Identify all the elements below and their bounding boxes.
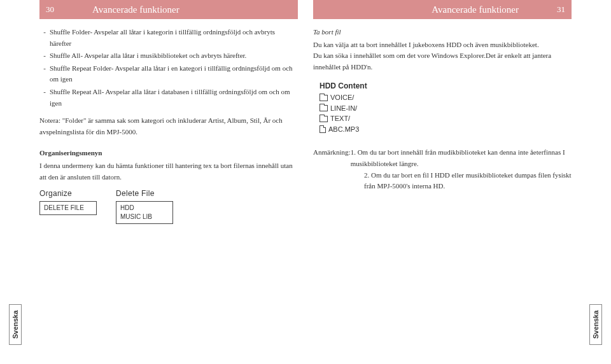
hdd-item-label: VOICE/ [330,92,354,103]
header-title-right: Avancerade funktioner [432,4,519,15]
annotations: Anmärkning: 1. Om du tar bort innehåll f… [313,147,572,192]
hdd-row: LINE-IN/ [320,103,572,114]
note-text: Notera: "Folder" är samma sak som katego… [39,115,298,137]
delete-file-box: HDD MUSIC LIB [116,201,173,224]
annotation-item: 2. Om du tar bort en fil I HDD eller mus… [313,170,572,192]
hdd-item-label: LINE-IN/ [330,103,357,114]
right-content: Ta bort fil Du kan välja att ta bort inn… [313,27,572,192]
file-icon [320,125,326,133]
ta-bort-line: Du kan välja att ta bort innehållet I ju… [313,39,572,51]
page-number-left: 30 [46,4,54,15]
language-tab-left: Svenska [9,304,22,345]
left-content: - Shuffle Folder- Avspelar all låtar i k… [39,27,298,224]
bullet-item: - Shuffle All- Avspelar alla låtar i mus… [39,50,298,62]
hdd-content-box: HDD Content VOICE/ LINE-IN/ TEXT/ ABC.MP… [320,80,572,134]
organize-box: DELETE FILE [39,201,97,215]
bullet-item: - Shuffle Folder- Avspelar all låtar i k… [39,27,298,49]
ta-bort-line: Du kan söka i innehållet som om det vore… [313,50,572,73]
folder-icon [320,116,328,122]
ui-boxes-row: Organize DELETE FILE Delete File HDD MUS… [39,188,298,224]
language-tab-right: Svenska [589,304,602,345]
folder-icon [320,95,328,101]
bullet-item: - Shuffle Repeat Folder- Avspelar alla l… [39,63,298,85]
hdd-item-label: TEXT/ [330,113,350,124]
delete-file-item: HDD [120,204,169,213]
delete-file-item: MUSIC LIB [120,213,169,221]
annotation-item: 1. Om du tar bort innehåll från mudikbib… [351,147,572,169]
hdd-row: ABC.MP3 [320,124,572,135]
header-bar-left: 30 Avancerade funktioner [39,0,298,19]
annotation-label: Anmärkning: [313,147,351,169]
delete-file-label: Delete File [116,188,173,200]
bullet-item: - Shuffle Repeat All- Avspelar alla låta… [39,87,298,109]
folder-icon [320,105,328,111]
hdd-row: VOICE/ [320,92,572,103]
header-bar-right: Avancerade funktioner 31 [313,0,572,19]
organize-label: Organize [39,188,97,200]
hdd-item-label: ABC.MP3 [328,124,359,135]
organize-text: I denna undermeny kan du hämta funktione… [39,160,298,183]
header-title-left: Avancerade funktioner [92,4,179,15]
delete-file-menu: Delete File HDD MUSIC LIB [116,188,173,224]
organize-item: DELETE FILE [44,204,92,213]
ta-bort-heading: Ta bort fil [313,27,572,38]
hdd-row: TEXT/ [320,113,572,124]
organize-menu: Organize DELETE FILE [39,188,97,224]
page-number-right: 31 [557,4,565,15]
organize-heading: Organiseringsmenyn [39,148,298,159]
hdd-content-title: HDD Content [320,80,572,92]
